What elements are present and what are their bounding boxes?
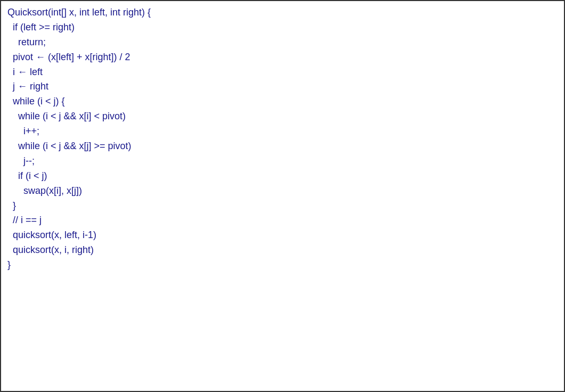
code-line: quicksort(x, i, right) [7, 243, 558, 258]
code-line: while (i < j) { [7, 94, 558, 109]
code-line: } [7, 199, 558, 214]
code-line: while (i < j && x[i] < pivot) [7, 109, 558, 124]
code-line: } [7, 258, 558, 273]
code-block: Quicksort(int[] x, int left, int right) … [7, 5, 558, 273]
code-line: Quicksort(int[] x, int left, int right) … [7, 5, 558, 20]
code-line: j ← right [7, 79, 558, 94]
code-line: if (left >= right) [7, 20, 558, 35]
code-container: Quicksort(int[] x, int left, int right) … [0, 0, 565, 392]
code-line: return; [7, 35, 558, 50]
code-line: while (i < j && x[j] >= pivot) [7, 139, 558, 154]
code-line: j--; [7, 154, 558, 169]
code-line: // i == j [7, 213, 558, 228]
code-line: swap(x[i], x[j]) [7, 184, 558, 199]
code-line: i++; [7, 124, 558, 139]
code-line: quicksort(x, left, i-1) [7, 228, 558, 243]
code-line: i ← left [7, 65, 558, 80]
code-line: if (i < j) [7, 169, 558, 184]
code-line: pivot ← (x[left] + x[right]) / 2 [7, 50, 558, 65]
